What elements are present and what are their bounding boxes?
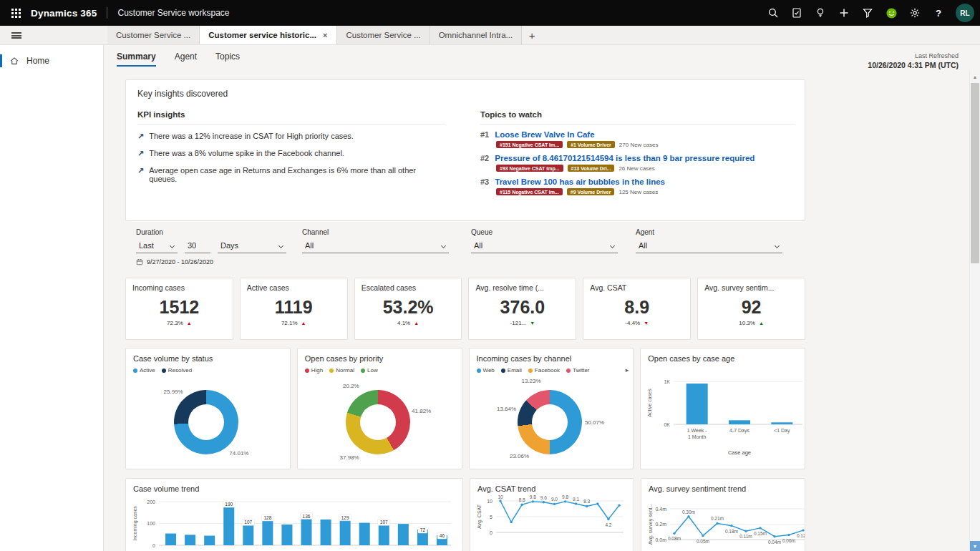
data-point[interactable] [787,534,790,536]
svg-text:8.3: 8.3 [583,499,590,504]
data-point[interactable] [702,535,704,537]
scroll-up-icon[interactable]: ▲ [970,72,980,82]
add-button[interactable] [833,2,855,24]
checklist-button[interactable] [786,2,807,24]
bar[interactable] [772,422,793,424]
bar[interactable] [359,523,370,545]
topic-rank: #3 [480,177,489,186]
bar[interactable] [204,536,215,545]
kpi-avg-survey-sentiment[interactable]: Avg. survey sentim... 92 10.3%▲ [697,278,805,340]
incoming-cases-by-channel-donut[interactable]: 50.07%23.06%13.64%13.23% [470,374,634,468]
kpi-incoming-cases[interactable]: Incoming cases 1512 72.3%▲ [125,278,233,340]
scrollbar-thumb[interactable] [971,83,979,263]
bar[interactable] [301,516,312,545]
incoming-cases-by-channel-card: Incoming cases by channel Web Email Face… [469,348,634,469]
settings-button[interactable] [904,2,926,24]
tab-omnichannel-intraday[interactable]: Omnichannel Intra... [430,26,523,44]
bar[interactable] [281,525,292,545]
open-cases-by-priority-donut[interactable]: 41.82%37.98%20.2% [298,374,462,468]
data-point[interactable] [802,529,804,531]
user-avatar[interactable]: RL [956,4,974,22]
kpi-active-cases[interactable]: Active cases 1119 72.1%▲ [240,278,348,340]
avg-survey-sentiment-trend-line[interactable]: 0.0m0.2m0.4mAvg. survey sent...0.08m0.30… [646,494,805,551]
change-arrow-icon: ▲ [759,321,764,326]
channel-select[interactable]: All [302,239,449,253]
data-point[interactable] [510,521,512,523]
data-point[interactable] [543,501,545,503]
bar[interactable] [398,524,409,545]
scroll-down-icon[interactable]: ▼ [970,541,980,551]
bar[interactable] [262,517,273,545]
new-cases-count: 270 New cases [619,142,659,148]
help-button[interactable]: ? [928,2,949,24]
data-point[interactable] [687,515,689,517]
data-point[interactable] [618,504,620,506]
app-launcher-icon[interactable] [9,6,24,21]
slice-percent-label: 25.99% [164,388,183,394]
data-point[interactable] [744,530,747,532]
data-point[interactable] [596,502,598,504]
bar[interactable] [729,420,750,424]
tab-customer-service-2[interactable]: Customer Service ... [337,26,430,44]
last-refreshed-label: Last Refreshed [868,52,959,59]
bar[interactable] [223,504,234,545]
gear-icon [909,7,921,19]
sidebar-item-home[interactable]: Home [0,51,103,71]
svg-text:46: 46 [440,533,445,538]
tab-customer-service-1[interactable]: Customer Service ... [107,26,200,44]
bar[interactable] [165,534,176,545]
new-tab-button[interactable]: + [522,26,542,44]
case-volume-trend-bars[interactable]: 0100200Incoming cases1901071281361291077… [130,494,462,551]
lightbulb-button[interactable] [810,2,831,24]
home-icon [9,56,19,66]
tab-topics[interactable]: Topics [215,52,240,67]
duration-operator-select[interactable]: Last [136,239,178,253]
kpi-avg-resolve-time[interactable]: Avg. resolve time (... 376.0 -121...▼ [468,278,576,340]
topic-link[interactable]: Pressure of 8.46170121514594 is less tha… [495,154,755,162]
svg-text:10: 10 [487,499,493,504]
data-point[interactable] [499,499,501,502]
case-volume-by-status-donut[interactable]: 74.01%25.99% [126,374,290,468]
data-point[interactable] [759,527,761,529]
hamburger-menu-icon[interactable] [6,26,27,44]
open-cases-by-case-age-bars[interactable]: 0K1KActive cases1 Week -1 Month4-7 Days<… [645,364,805,463]
trend-arrow-icon: ↗ [137,166,144,175]
legend-more-icon[interactable]: ▸ [626,366,629,374]
bar[interactable] [687,384,708,424]
scrollbar[interactable]: ▲ ▼ [969,72,980,551]
queue-select[interactable]: All [471,239,618,253]
data-point[interactable] [607,518,609,520]
data-point[interactable] [730,525,732,527]
svg-text:0.15m: 0.15m [754,531,767,536]
data-point[interactable] [773,535,775,537]
open-cases-by-priority-card: Open cases by priority High Normal Low 4… [297,348,462,469]
tab-agent[interactable]: Agent [175,52,197,67]
data-point[interactable] [575,502,577,504]
feedback-button[interactable] [880,2,902,24]
filter-button[interactable] [857,2,878,24]
search-button[interactable] [762,2,784,24]
data-point[interactable] [520,504,523,506]
bar[interactable] [185,535,195,545]
duration-unit-select[interactable]: Days [218,239,286,253]
legend-dot [361,369,365,373]
svg-text:0.06m: 0.06m [782,538,795,543]
kpi-escalated-cases[interactable]: Escalated cases 53.2% 4.1%▲ [354,278,462,340]
agent-select[interactable]: All [636,239,782,253]
tab-close-icon[interactable]: × [322,31,328,39]
topic-link[interactable]: Loose Brew Valve In Cafe [495,130,594,139]
avg-csat-trend-line[interactable]: 0510Avg. CSAT108.89.89.69.09.89.18.34.2 [475,494,634,551]
bar[interactable] [321,520,331,545]
topic-link[interactable]: Travel Brew 100 has air bubbles in the l… [495,177,665,186]
data-point[interactable] [532,500,534,502]
data-point[interactable] [553,503,556,505]
data-point[interactable] [564,500,566,502]
data-point[interactable] [716,522,718,525]
data-point[interactable] [673,532,675,535]
bar[interactable] [340,517,351,545]
tab-summary[interactable]: Summary [117,52,156,67]
data-point[interactable] [586,505,588,507]
kpi-avg-csat[interactable]: Avg. CSAT 8.9 -4.4%▼ [583,278,691,340]
tab-customer-service-historical[interactable]: Customer service historic... × [200,26,337,44]
duration-value-input[interactable] [185,239,210,253]
